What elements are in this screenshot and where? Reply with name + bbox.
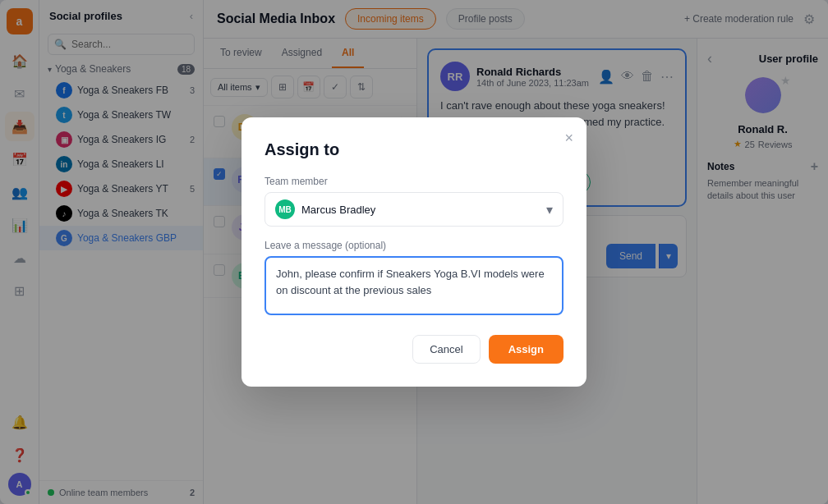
cancel-button[interactable]: Cancel: [412, 335, 480, 364]
dropdown-arrow-icon: ▾: [546, 202, 553, 218]
member-avatar: MB: [275, 199, 295, 219]
member-name: Marcus Bradley: [301, 204, 540, 216]
assign-button[interactable]: Assign: [489, 335, 564, 364]
message-textarea[interactable]: John, please confirm if Sneakers Yoga B.…: [264, 256, 564, 315]
modal-close-button[interactable]: ×: [564, 131, 573, 145]
message-label: Leave a message (optional): [264, 240, 564, 251]
team-member-label: Team member: [264, 176, 564, 187]
team-member-select[interactable]: MB Marcus Bradley ▾: [264, 192, 564, 227]
modal-actions: Cancel Assign: [264, 335, 564, 364]
assign-modal: Assign to × Team member MB Marcus Bradle…: [242, 117, 586, 387]
modal-overlay: Assign to × Team member MB Marcus Bradle…: [0, 0, 828, 504]
modal-title: Assign to: [264, 140, 564, 159]
